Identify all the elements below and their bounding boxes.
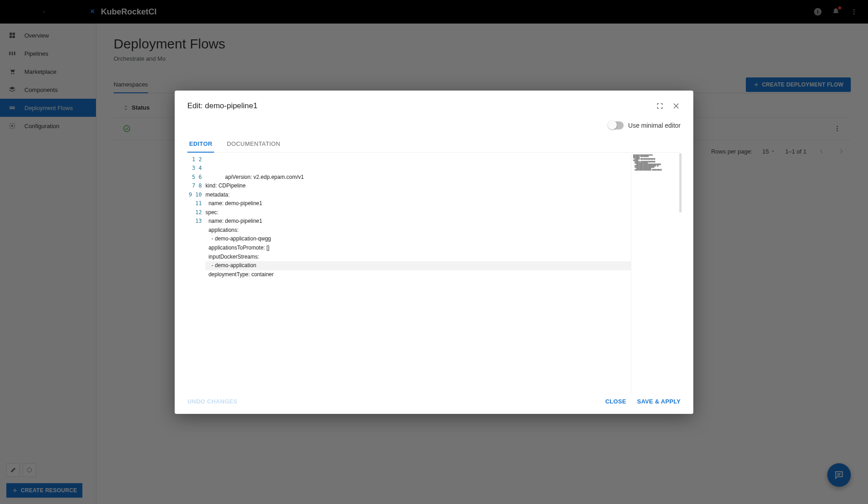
close-modal-button[interactable]	[672, 101, 681, 110]
code-content[interactable]: apiVersion: v2.edp.epam.com/v1 kind: CDP…	[205, 154, 631, 394]
fullscreen-button[interactable]	[655, 101, 664, 110]
minimal-editor-label: Use minimal editor	[628, 122, 681, 129]
tab-documentation[interactable]: DOCUMENTATION	[225, 136, 282, 152]
minimap-scrollbar[interactable]	[679, 154, 682, 212]
tab-editor[interactable]: EDITOR	[187, 136, 214, 153]
edit-modal: Edit: demo-pipeline1 Use minimal editor …	[175, 91, 693, 414]
minimal-editor-toggle[interactable]	[608, 121, 624, 130]
current-line-highlight	[205, 261, 631, 270]
close-icon	[672, 102, 680, 110]
save-apply-button[interactable]: SAVE & APPLY	[637, 398, 681, 405]
close-button[interactable]: CLOSE	[605, 398, 626, 405]
expand-icon	[656, 102, 663, 110]
line-gutter: 1 2 3 4 5 6 7 8 9 10 11 12 13	[187, 154, 205, 394]
modal-title: Edit: demo-pipeline1	[187, 101, 258, 110]
minimap-thumb: ████████████████████████ ████████ ██████…	[633, 154, 679, 173]
undo-changes-button: UNDO CHANGES	[187, 398, 238, 405]
editor-minimap[interactable]: ████████████████████████ ████████ ██████…	[631, 154, 681, 394]
code-editor[interactable]: 1 2 3 4 5 6 7 8 9 10 11 12 13 apiVersion…	[187, 154, 681, 394]
